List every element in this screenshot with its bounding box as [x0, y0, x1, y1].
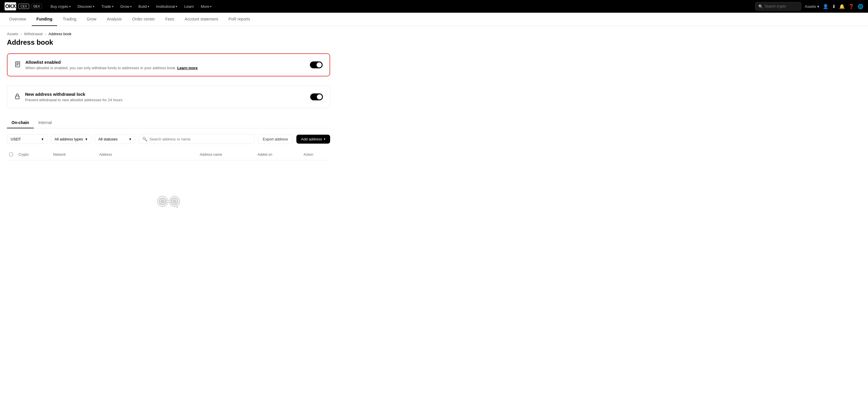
subnav-fees[interactable]: Fees: [161, 13, 179, 26]
chevron-down-icon: ▾: [324, 137, 326, 141]
allowlist-toggle[interactable]: [310, 61, 322, 68]
allowlist-icon: [14, 61, 21, 69]
top-nav: OKX CEX DEX Buy crypto ▾ Discover ▾ Trad…: [0, 0, 868, 13]
subnav-analysis[interactable]: Analysis: [102, 13, 126, 26]
status-filter[interactable]: All statuses ▾: [95, 134, 135, 144]
assets-button[interactable]: Assets ▾: [805, 4, 819, 9]
nav-more[interactable]: More ▾: [198, 0, 215, 13]
subnav-overview[interactable]: Overview: [5, 13, 31, 26]
chevron-down-icon: ▾: [817, 4, 819, 9]
tab-on-chain[interactable]: On-chain: [7, 118, 34, 128]
nav-learn[interactable]: Learn: [181, 0, 196, 13]
chevron-down-icon: ▾: [112, 5, 114, 8]
chevron-down-icon: ▾: [130, 5, 132, 8]
page-content: Address book Allowlist enabled When allo…: [0, 38, 868, 256]
chevron-down-icon: ▾: [85, 137, 87, 141]
withdrawal-lock-title: New address withdrawal lock: [25, 92, 306, 97]
crypto-filter[interactable]: USDT ▾: [7, 134, 47, 144]
breadcrumb-current: Address book: [49, 32, 71, 36]
nav-institutional[interactable]: Institutional ▾: [153, 0, 180, 13]
nav-right: 🔍 Assets ▾ 👤 ⬇ 🔔 ❓ 🌐: [755, 2, 863, 11]
address-type-filter[interactable]: All address types ▾: [51, 134, 91, 144]
col-crypto: Crypto: [16, 153, 51, 157]
allowlist-card: Allowlist enabled When allowlist is enab…: [7, 53, 330, 76]
col-network: Network: [51, 153, 97, 157]
nav-grow[interactable]: Grow ▾: [118, 0, 134, 13]
nav-buy-crypto[interactable]: Buy crypto ▾: [48, 0, 73, 13]
search-icon: 🔍: [758, 4, 763, 9]
col-checkbox: [7, 153, 16, 157]
empty-illustration: ✦: [154, 183, 183, 218]
cex-badge[interactable]: CEX: [19, 4, 29, 9]
svg-text:✦: ✦: [176, 206, 179, 209]
chevron-down-icon: ▾: [210, 5, 212, 8]
breadcrumb-sep: ›: [21, 32, 22, 36]
col-address: Address: [97, 153, 197, 157]
col-added-on: Added on: [255, 153, 301, 157]
withdrawal-lock-toggle[interactable]: [310, 94, 323, 100]
allowlist-title: Allowlist enabled: [25, 60, 305, 65]
allowlist-row: Allowlist enabled When allowlist is enab…: [7, 54, 330, 76]
page-title: Address book: [7, 38, 861, 46]
lock-icon: [14, 93, 21, 101]
search-bar[interactable]: 🔍: [755, 2, 801, 11]
learn-more-link[interactable]: Learn more: [177, 66, 198, 70]
svg-rect-7: [166, 200, 172, 202]
filters-row: USDT ▾ All address types ▾ All statuses …: [7, 134, 330, 144]
svg-point-11: [173, 200, 176, 203]
subnav-order-center[interactable]: Order center: [128, 13, 160, 26]
chevron-down-icon: ▾: [93, 5, 94, 8]
sub-nav: Overview Funding Trading Grow Analysis O…: [0, 13, 868, 26]
address-tabs: On-chain Internal: [7, 118, 330, 128]
address-table: Crypto Network Address Address name Adde…: [7, 150, 330, 244]
download-icon[interactable]: ⬇: [832, 4, 836, 9]
empty-state: ✦: [7, 160, 330, 244]
breadcrumb-withdrawal[interactable]: Withdrawal: [24, 32, 42, 36]
svg-rect-4: [16, 96, 19, 99]
search-icon: 🔍: [142, 137, 147, 141]
dex-badge[interactable]: DEX: [31, 4, 42, 9]
logo-text: OKX: [5, 3, 16, 9]
subnav-trading[interactable]: Trading: [58, 13, 81, 26]
add-address-button[interactable]: Add address ▾: [297, 135, 330, 144]
table-header: Crypto Network Address Address name Adde…: [7, 150, 330, 160]
nav-discover[interactable]: Discover ▾: [75, 0, 97, 13]
chevron-down-icon: ▾: [129, 137, 131, 141]
chevron-down-icon: ▾: [41, 137, 43, 141]
export-address-button[interactable]: Export address: [258, 134, 293, 144]
subnav-por-reports[interactable]: PoR reports: [224, 13, 255, 26]
withdrawal-lock-card: New address withdrawal lock Prevent with…: [7, 86, 330, 108]
logo[interactable]: OKX: [5, 2, 16, 10]
col-action: Action: [301, 153, 330, 157]
nav-trade[interactable]: Trade ▾: [98, 0, 116, 13]
select-all-checkbox[interactable]: [9, 153, 13, 156]
address-search[interactable]: 🔍: [138, 134, 254, 144]
subnav-funding[interactable]: Funding: [32, 13, 57, 26]
breadcrumb-assets[interactable]: Assets: [7, 32, 18, 36]
col-address-name: Address name: [197, 153, 255, 157]
logo-area: OKX CEX DEX: [5, 2, 42, 10]
subnav-account-statement[interactable]: Account statement: [180, 13, 223, 26]
chevron-down-icon: ▾: [148, 5, 149, 8]
allowlist-desc: When allowlist is enabled, you can only …: [25, 66, 305, 70]
address-search-input[interactable]: [150, 137, 251, 141]
allowlist-text: Allowlist enabled When allowlist is enab…: [25, 60, 305, 70]
tab-internal[interactable]: Internal: [34, 118, 57, 128]
search-input[interactable]: [765, 4, 798, 8]
chevron-down-icon: ▾: [69, 5, 71, 8]
subnav-grow[interactable]: Grow: [82, 13, 101, 26]
breadcrumb-sep: ›: [45, 32, 46, 36]
withdrawal-lock-row: New address withdrawal lock Prevent with…: [7, 86, 330, 108]
bell-icon[interactable]: 🔔: [839, 4, 845, 9]
help-icon[interactable]: ❓: [848, 4, 854, 9]
profile-icon[interactable]: 👤: [823, 4, 829, 9]
breadcrumb: Assets › Withdrawal › Address book: [0, 26, 868, 38]
nav-build[interactable]: Build ▾: [135, 0, 152, 13]
chevron-down-icon: ▾: [176, 5, 177, 8]
withdrawal-lock-desc: Prevent withdrawal to new allowlist addr…: [25, 98, 306, 102]
svg-point-10: [161, 200, 164, 203]
withdrawal-lock-text: New address withdrawal lock Prevent with…: [25, 92, 306, 102]
globe-icon[interactable]: 🌐: [858, 4, 863, 9]
